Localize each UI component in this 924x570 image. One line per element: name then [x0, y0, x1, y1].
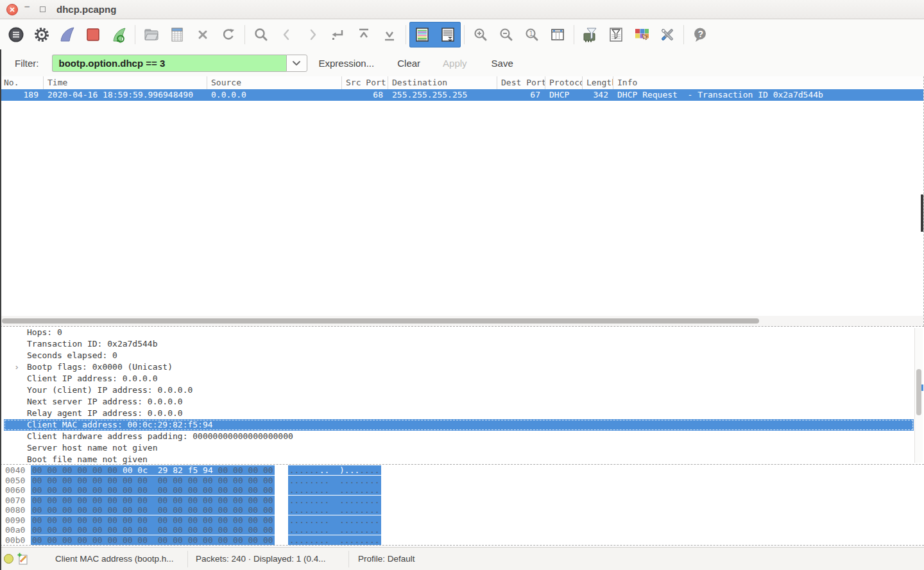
hex-ascii[interactable]: ........ ........ — [288, 476, 381, 485]
detail-row[interactable]: Relay agent IP address: 0.0.0.0 — [0, 408, 914, 419]
hex-ascii[interactable]: ........ ........ — [288, 525, 381, 535]
zoom-out-icon[interactable] — [493, 22, 519, 48]
packet-row-selected[interactable]: 189 2020-04-16 18:59:59.996948490 0.0.0.… — [0, 89, 923, 101]
hex-ascii[interactable]: ........ ........ — [288, 496, 381, 505]
auto-scroll-icon[interactable] — [435, 22, 461, 48]
column-header-length[interactable]: Length — [583, 76, 613, 89]
clear-button[interactable]: Clear — [397, 58, 420, 69]
colorize-packets-icon[interactable] — [409, 22, 435, 48]
restore-window-button[interactable] — [40, 6, 46, 12]
find-packet-icon[interactable] — [248, 22, 274, 48]
go-to-top-icon[interactable] — [351, 22, 377, 48]
hex-row[interactable]: 009000 00 00 00 00 00 00 00 00 00 00 00 … — [0, 515, 924, 526]
zoom-100-icon[interactable]: 1 — [519, 22, 545, 48]
detail-row[interactable]: Transaction ID: 0x2a7d544b — [0, 338, 914, 350]
hex-bytes[interactable]: 00 00 00 00 00 00 00 00 00 00 00 00 00 0… — [31, 496, 275, 505]
hex-ascii[interactable]: ........ ........ — [288, 485, 381, 495]
reload-icon[interactable] — [216, 22, 241, 48]
expander-icon[interactable]: › — [15, 361, 18, 373]
filter-input[interactable]: bootp.option.dhcp == 3 — [52, 55, 286, 72]
hex-bytes[interactable]: 00 00 00 00 00 00 00 0c 29 82 f5 94 00 0… — [31, 465, 275, 475]
status-profile[interactable]: Profile: Default — [349, 554, 415, 564]
restart-capture-icon[interactable] — [106, 22, 132, 48]
filter-dropdown-button[interactable] — [286, 55, 307, 72]
capture-options-gear-icon[interactable] — [29, 22, 55, 48]
hex-ascii[interactable]: ........ ........ — [288, 505, 381, 515]
open-file-icon[interactable] — [139, 22, 164, 48]
hex-row[interactable]: 005000 00 00 00 00 00 00 00 00 00 00 00 … — [0, 476, 924, 486]
close-file-icon[interactable] — [190, 22, 216, 48]
detail-row[interactable]: Hops: 0 — [0, 327, 914, 338]
go-to-bottom-icon[interactable] — [377, 22, 402, 48]
expression-button[interactable]: Expression... — [319, 58, 375, 69]
hex-bytes[interactable]: 00 00 00 00 00 00 00 00 00 00 00 00 00 0… — [31, 515, 275, 525]
hex-row[interactable]: 00b000 00 00 00 00 00 00 00 00 00 00 00 … — [0, 535, 924, 546]
cell-protocol: DHCP — [545, 89, 583, 101]
hex-row[interactable]: 008000 00 00 00 00 00 00 00 00 00 00 00 … — [0, 505, 924, 515]
hex-offset: 0050 — [5, 476, 26, 486]
go-to-packet-icon[interactable] — [325, 22, 351, 48]
column-header-no[interactable]: No. — [0, 76, 44, 89]
column-header-protocol[interactable]: Protocol — [545, 76, 583, 89]
go-back-icon[interactable] — [274, 22, 300, 48]
detail-row[interactable]: Client IP address: 0.0.0.0 — [0, 373, 914, 384]
column-header-destination[interactable]: Destination — [388, 76, 497, 89]
capture-comment-icon[interactable] — [17, 553, 29, 565]
coloring-rules-icon[interactable] — [629, 22, 654, 48]
detail-row[interactable]: Boot file name not given — [0, 454, 914, 465]
go-forward-icon[interactable] — [300, 22, 325, 48]
column-header-info[interactable]: Info — [613, 76, 923, 89]
detail-row-selected[interactable]: Client MAC address: 00:0c:29:82:f5:94 — [4, 419, 914, 431]
capture-filters-icon[interactable] — [578, 22, 603, 48]
svg-text:1: 1 — [529, 30, 533, 37]
stop-capture-icon[interactable] — [80, 22, 106, 48]
hex-row[interactable]: 004000 00 00 00 00 00 00 0c 29 82 f5 94 … — [0, 465, 924, 476]
packet-list-horizontal-scrollbar[interactable] — [0, 316, 923, 326]
detail-row[interactable]: ›Bootp flags: 0x0000 (Unicast) — [0, 361, 914, 373]
save-as-icon[interactable] — [164, 22, 190, 48]
detail-row[interactable]: Next server IP address: 0.0.0.0 — [0, 396, 914, 408]
save-button[interactable]: Save — [492, 58, 513, 69]
resize-columns-icon[interactable] — [545, 22, 570, 48]
hex-bytes[interactable]: 00 00 00 00 00 00 00 00 00 00 00 00 00 0… — [31, 485, 275, 495]
expert-info-icon[interactable] — [4, 554, 13, 564]
minimize-window-button[interactable]: – — [24, 1, 30, 12]
hex-bytes[interactable]: 00 00 00 00 00 00 00 00 00 00 00 00 00 0… — [31, 535, 275, 545]
interfaces-icon[interactable] — [3, 22, 29, 48]
zoom-in-icon[interactable] — [468, 22, 493, 48]
hex-segment: 00 00 00 00 00 00 00 00 00 00 00 00 00 0… — [32, 515, 273, 525]
detail-row[interactable]: Server host name not given — [0, 442, 914, 454]
detail-row[interactable]: Seconds elapsed: 0 — [0, 350, 914, 361]
column-header-time[interactable]: Time — [44, 76, 207, 89]
hex-bytes[interactable]: 00 00 00 00 00 00 00 00 00 00 00 00 00 0… — [31, 476, 275, 485]
hex-row[interactable]: 007000 00 00 00 00 00 00 00 00 00 00 00 … — [0, 496, 924, 506]
hex-row[interactable]: 006000 00 00 00 00 00 00 00 00 00 00 00 … — [0, 485, 924, 496]
column-header-src-port[interactable]: Src Port — [342, 76, 388, 89]
column-header-source[interactable]: Source — [207, 76, 342, 89]
hex-ascii[interactable]: ........ ........ — [288, 515, 381, 525]
hex-offset: 0090 — [5, 515, 26, 526]
start-capture-icon[interactable] — [55, 22, 80, 48]
hex-ascii[interactable]: ........ )....... — [288, 465, 381, 475]
cell-destination: 255.255.255.255 — [388, 89, 497, 101]
details-vertical-scrollbar[interactable] — [914, 328, 923, 463]
details-scrollbar-thumb[interactable] — [916, 369, 921, 415]
display-filters-icon[interactable] — [603, 22, 629, 48]
horizontal-scrollbar-thumb[interactable] — [2, 318, 759, 324]
status-icons — [0, 553, 32, 565]
detail-row[interactable]: Client hardware address padding: 0000000… — [0, 431, 914, 442]
apply-button[interactable]: Apply — [443, 58, 467, 69]
hex-row[interactable]: 00a000 00 00 00 00 00 00 00 00 00 00 00 … — [0, 525, 924, 535]
preferences-icon[interactable] — [654, 22, 680, 48]
hex-bytes[interactable]: 00 00 00 00 00 00 00 00 00 00 00 00 00 0… — [31, 525, 275, 535]
wireshark-window: ✕ – dhcp.pcapng — [0, 0, 924, 570]
hex-bytes[interactable]: 00 00 00 00 00 00 00 00 00 00 00 00 00 0… — [31, 505, 275, 515]
window-title: dhcp.pcapng — [56, 0, 116, 19]
filter-bar: Filter: bootp.option.dhcp == 3 Expressio… — [0, 49, 924, 76]
hex-ascii[interactable]: ........ ........ — [288, 535, 381, 545]
packet-list-vertical-scrollbar[interactable] — [921, 194, 923, 232]
help-icon[interactable]: ? — [687, 22, 713, 48]
detail-row[interactable]: Your (client) IP address: 0.0.0.0 — [0, 384, 914, 396]
close-window-button[interactable]: ✕ — [6, 4, 18, 15]
column-header-dest-port[interactable]: Dest Port — [497, 76, 545, 89]
